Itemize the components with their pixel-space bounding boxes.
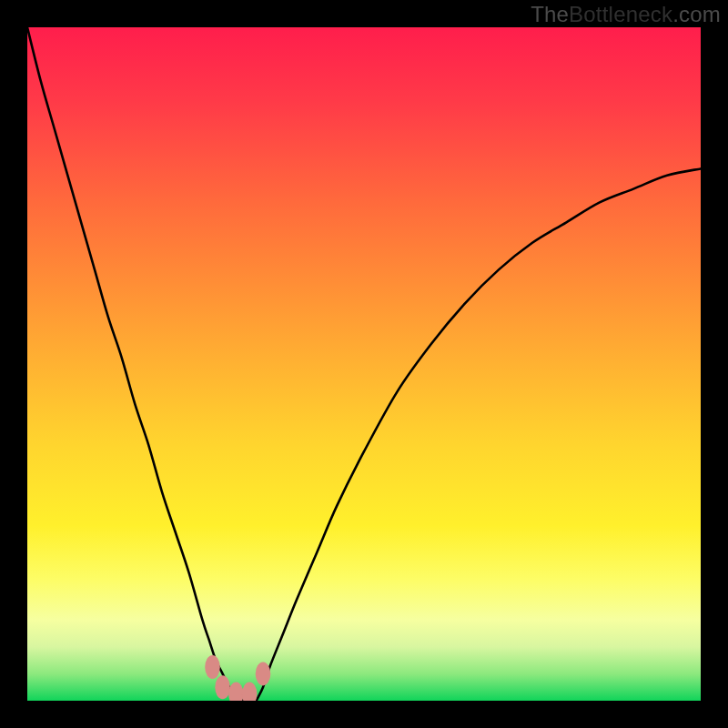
marker-dot [215,675,230,699]
watermark-accent: Bottleneck [569,2,672,26]
watermark-suffix: .com [672,2,721,26]
chart-frame: TheBottleneck.com [0,0,728,728]
right-curve [257,168,701,701]
marker-dot [228,682,244,701]
watermark: TheBottleneck.com [531,2,721,27]
marker-dot [242,682,258,701]
chart-svg [27,27,701,701]
left-curve [27,27,243,701]
marker-dot [256,662,271,685]
watermark-prefix: The [531,2,569,26]
marker-dot [205,655,220,679]
